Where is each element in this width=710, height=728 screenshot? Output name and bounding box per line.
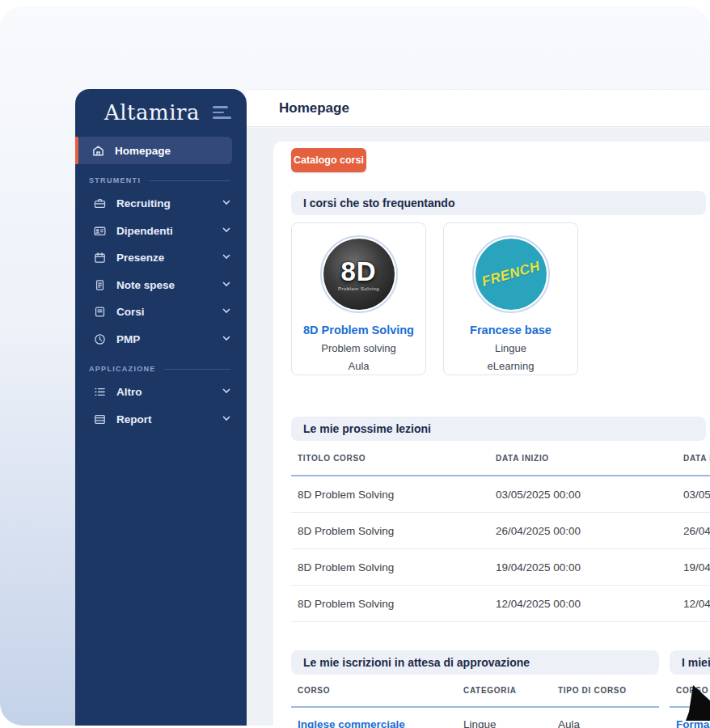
receipt-icon bbox=[93, 278, 107, 292]
sidebar: Altamira Homepage STRUMENTI bbox=[75, 89, 247, 726]
cell-start-date: 26/04/2025 00:00 bbox=[496, 525, 683, 537]
book-icon bbox=[93, 305, 107, 319]
course-type: eLearning bbox=[488, 360, 535, 372]
id-card-icon bbox=[93, 224, 107, 238]
cell-type: Aula bbox=[558, 718, 659, 728]
sidebar-item-pmp[interactable]: PMP bbox=[75, 326, 247, 353]
course-card-french[interactable]: FRENCH Francese base Lingue eLearning bbox=[443, 222, 578, 375]
sidebar-item-dipendenti[interactable]: Dipendenti bbox=[75, 218, 247, 245]
sidebar-item-note-spese[interactable]: Note spese bbox=[75, 272, 247, 299]
cell-start-date: 03/05/2025 00:00 bbox=[496, 489, 683, 501]
section-pending-title: Le mie iscrizioni in attesa di approvazi… bbox=[291, 650, 659, 675]
section-side-panel-title: I miei corsi bbox=[670, 650, 710, 675]
cell-end-date: 26/04/2025 00:00 bbox=[683, 525, 710, 537]
sidebar-item-corsi[interactable]: Corsi bbox=[75, 298, 247, 326]
home-icon bbox=[91, 144, 105, 158]
section-title-text: Le mie iscrizioni in attesa di approvazi… bbox=[303, 656, 530, 669]
sidebar-item-presenze[interactable]: Presenze bbox=[75, 244, 247, 272]
table-row: 8D Problem Solving 19/04/2025 00:00 19/0… bbox=[291, 549, 710, 586]
badge-caption: Problem Solving bbox=[338, 286, 379, 291]
table-row: 8D Problem Solving 03/05/2025 00:00 03/0… bbox=[291, 476, 710, 513]
chevron-down-icon bbox=[222, 197, 231, 210]
content-card: Catalogo corsi I corsi che sto frequenta… bbox=[273, 142, 710, 726]
badge-text: 8D bbox=[340, 258, 376, 285]
course-category: Problem solving bbox=[321, 342, 396, 354]
main-area: Homepage Catalogo corsi I corsi che sto … bbox=[247, 89, 710, 726]
cell-end-date: 03/05/2025 00:00 bbox=[683, 489, 710, 501]
course-image-ring: 8D Problem Solving bbox=[320, 235, 398, 313]
chevron-down-icon bbox=[222, 306, 231, 318]
badge-text: FRENCH bbox=[480, 258, 541, 290]
table-row: Inglese commerciale Lingue Aula bbox=[291, 708, 659, 728]
bottom-panels: Le mie iscrizioni in attesa di approvazi… bbox=[291, 650, 710, 728]
content-background: Catalogo corsi I corsi che sto frequenta… bbox=[247, 128, 710, 726]
column-header-tipo-di-corso: TIPO DI CORSO bbox=[558, 686, 659, 695]
cell-course: 8D Problem Solving bbox=[291, 561, 496, 574]
section-title-text: I corsi che sto frequentando bbox=[303, 197, 454, 210]
sidebar-item-report[interactable]: Report bbox=[75, 406, 247, 434]
sidebar-item-label: Dipendenti bbox=[116, 225, 173, 237]
pending-table-header: CORSO CATEGORIA TIPO DI CORSO bbox=[291, 675, 659, 706]
mouse-cursor-icon bbox=[683, 684, 710, 722]
chevron-down-icon bbox=[222, 333, 231, 345]
sidebar-item-label: PMP bbox=[116, 333, 140, 345]
catalog-courses-button[interactable]: Catalogo corsi bbox=[291, 148, 366, 172]
cell-course: 8D Problem Solving bbox=[291, 598, 496, 610]
pending-enrollments-panel: Le mie iscrizioni in attesa di approvazi… bbox=[291, 650, 659, 728]
sidebar-item-homepage[interactable]: Homepage bbox=[78, 137, 232, 164]
sidebar-item-label: Note spese bbox=[116, 279, 175, 291]
cell-end-date: 12/04/2025 00:00 bbox=[683, 598, 710, 610]
cell-course: 8D Problem Solving bbox=[291, 525, 496, 537]
table-row: 8D Problem Solving 26/04/2025 00:00 26/0… bbox=[291, 513, 710, 549]
cell-start-date: 19/04/2025 00:00 bbox=[496, 561, 683, 574]
chevron-down-icon bbox=[222, 413, 231, 425]
column-header-corso: CORSO bbox=[291, 686, 463, 695]
course-cards-row: 8D Problem Solving 8D Problem Solving Pr… bbox=[291, 222, 710, 375]
clock-icon bbox=[93, 332, 107, 346]
group-label: STRUMENTI bbox=[89, 176, 141, 184]
column-header-data-inizio: DATA INIZIO bbox=[496, 454, 683, 463]
column-header-titolo-corso: TITOLO CORSO bbox=[291, 454, 496, 463]
column-header-data-fine: DATA FINE bbox=[683, 454, 710, 463]
section-title-text: I miei corsi bbox=[682, 656, 710, 669]
sidebar-item-label: Recruiting bbox=[116, 197, 171, 210]
sidebar-item-label: Altro bbox=[116, 386, 142, 398]
calendar-icon bbox=[93, 251, 107, 265]
course-title-link[interactable]: Francese base bbox=[470, 324, 552, 336]
hamburger-menu-icon[interactable] bbox=[211, 103, 233, 122]
course-image-french: FRENCH bbox=[475, 239, 547, 310]
course-title-link[interactable]: 8D Problem Solving bbox=[303, 324, 414, 336]
list-icon bbox=[93, 385, 107, 399]
cell-start-date: 12/04/2025 00:00 bbox=[496, 598, 683, 610]
sidebar-item-recruiting[interactable]: Recruiting bbox=[75, 190, 247, 218]
cell-course: 8D Problem Solving bbox=[291, 489, 496, 501]
sidebar-item-altro[interactable]: Altro bbox=[75, 379, 247, 406]
course-type: Aula bbox=[348, 360, 369, 372]
altamira-logo: Altamira bbox=[104, 100, 200, 125]
chevron-down-icon bbox=[222, 225, 231, 237]
sidebar-nav-list-2: Altro Report bbox=[75, 379, 247, 433]
lessons-table: TITOLO CORSO DATA INIZIO DATA FINE 8D Pr… bbox=[291, 441, 710, 622]
group-divider bbox=[164, 369, 230, 370]
app-window: Altamira Homepage STRUMENTI bbox=[75, 89, 710, 726]
sidebar-item-label: Corsi bbox=[116, 306, 145, 318]
sidebar-item-label: Report bbox=[116, 413, 152, 425]
section-attending-title: I corsi che sto frequentando bbox=[291, 191, 706, 215]
table-row: 8D Problem Solving 12/04/2025 00:00 12/0… bbox=[291, 586, 710, 622]
sidebar-header: Altamira bbox=[75, 89, 247, 131]
section-lessons-title: Le mie prossime lezioni bbox=[291, 417, 706, 441]
section-title-text: Le mie prossime lezioni bbox=[303, 422, 431, 435]
chevron-down-icon bbox=[222, 386, 231, 398]
report-table-icon bbox=[93, 413, 107, 426]
course-card-8d[interactable]: 8D Problem Solving 8D Problem Solving Pr… bbox=[291, 222, 426, 375]
course-link[interactable]: Inglese commerciale bbox=[291, 718, 463, 728]
page-title: Homepage bbox=[279, 100, 349, 116]
lessons-table-header: TITOLO CORSO DATA INIZIO DATA FINE bbox=[291, 441, 710, 475]
sidebar-item-label: Presenze bbox=[116, 252, 164, 264]
course-image-ring: FRENCH bbox=[472, 235, 550, 313]
course-image-8d: 8D Problem Solving bbox=[323, 239, 395, 310]
chevron-down-icon bbox=[222, 279, 231, 291]
active-accent-bar bbox=[75, 137, 78, 164]
briefcase-icon bbox=[93, 197, 107, 210]
cell-category: Lingue bbox=[463, 718, 558, 728]
